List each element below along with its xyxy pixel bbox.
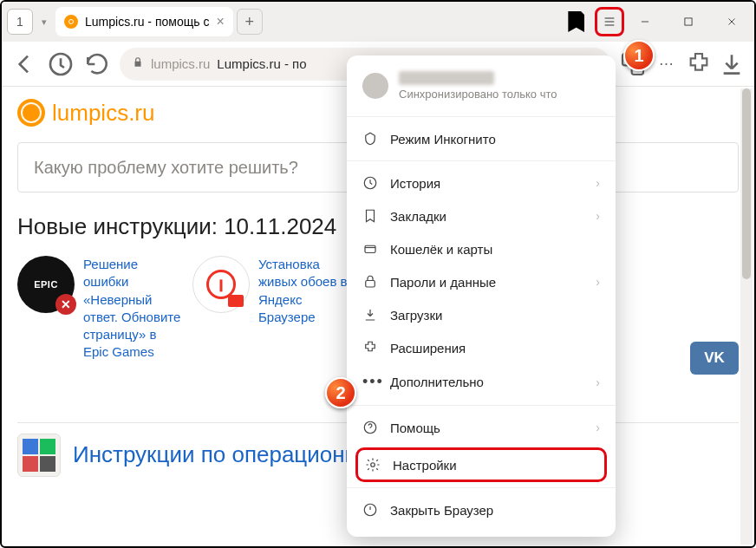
downloads-icon[interactable] (718, 50, 746, 78)
more-icon[interactable]: ⋯ (652, 50, 680, 78)
menu-history[interactable]: История› (347, 166, 616, 199)
chevron-right-icon: › (596, 421, 600, 434)
vk-widget[interactable]: VK (690, 342, 739, 375)
active-tab[interactable]: Lumpics.ru - помощь с × (55, 7, 233, 36)
article-thumb-yandex (192, 256, 250, 313)
brand-text: lumpics.ru (52, 100, 154, 127)
site-favicon (64, 15, 78, 29)
article-item[interactable]: EPIC ✕ Решение ошибки «Неверный ответ. О… (17, 256, 182, 362)
scrollbar-thumb[interactable] (742, 88, 751, 279)
main-menu-button[interactable] (595, 7, 624, 36)
address-domain: lumpics.ru (151, 56, 210, 71)
new-tab-button[interactable]: + (237, 9, 263, 35)
minimize-button[interactable] (628, 4, 662, 39)
menu-incognito[interactable]: Режим Инкогнито (347, 122, 616, 155)
profile-sync-status: Синхронизировано только что (399, 88, 557, 101)
menu-profile[interactable]: Синхронизировано только что (347, 64, 616, 111)
svg-rect-5 (365, 245, 375, 252)
tab-bar: 1 ▾ Lumpics.ru - помощь с × + (2, 2, 754, 42)
avatar-icon (362, 73, 388, 99)
svg-rect-6 (366, 281, 375, 288)
brand-logo-icon (17, 99, 45, 127)
menu-more[interactable]: ••• Дополнительно› (347, 364, 616, 400)
menu-wallet[interactable]: Кошелёк и карты (347, 232, 616, 265)
chevron-right-icon: › (596, 209, 600, 223)
article-item[interactable]: Установка живых обоев в Яндекс Браузере (192, 256, 357, 362)
address-title: Lumpics.ru - по (217, 56, 306, 71)
menu-extensions[interactable]: Расширения (347, 331, 616, 364)
error-badge-icon: ✕ (55, 294, 76, 315)
svg-point-8 (371, 463, 375, 467)
yandex-home-icon[interactable] (47, 50, 75, 78)
bookmark-all-icon[interactable] (564, 8, 591, 36)
maximize-button[interactable] (671, 4, 706, 39)
reload-button[interactable] (83, 50, 111, 78)
chevron-right-icon: › (596, 275, 600, 289)
svg-rect-0 (685, 18, 692, 25)
close-tab-icon[interactable]: × (216, 14, 224, 29)
pinned-tab-count[interactable]: 1 (7, 9, 33, 35)
main-menu-dropdown: Синхронизировано только что Режим Инкогн… (347, 55, 616, 537)
article-thumb-epic: EPIC ✕ (17, 256, 75, 313)
menu-settings[interactable]: Настройки (355, 447, 607, 482)
back-button[interactable] (10, 50, 38, 78)
article-link[interactable]: Решение ошибки «Неверный ответ. Обновите… (83, 256, 182, 362)
menu-help[interactable]: Помощь› (347, 411, 616, 444)
chevron-right-icon: › (596, 176, 600, 190)
search-placeholder: Какую проблему хотите решить? (34, 158, 298, 178)
window-controls (628, 4, 749, 39)
dots-icon: ••• (362, 373, 378, 391)
os-heading: Инструкции по операционн (73, 441, 357, 468)
close-window-button[interactable] (714, 4, 749, 39)
callout-step-1: 1 (623, 40, 655, 71)
menu-bookmarks[interactable]: Закладки› (347, 199, 616, 232)
lock-icon (132, 56, 144, 71)
article-link[interactable]: Установка живых обоев в Яндекс Браузере (258, 256, 357, 362)
chevron-right-icon: › (596, 375, 600, 389)
extensions-icon[interactable] (685, 50, 713, 78)
menu-passwords[interactable]: Пароли и данные› (347, 265, 616, 298)
menu-downloads[interactable]: Загрузки (347, 298, 616, 331)
menu-quit[interactable]: Закрыть Браузер (347, 493, 616, 526)
profile-name-blurred (399, 71, 494, 85)
vertical-scrollbar[interactable] (740, 88, 753, 545)
tab-title: Lumpics.ru - помощь с (85, 15, 209, 29)
chevron-down-icon[interactable]: ▾ (36, 16, 52, 28)
os-icons (17, 434, 61, 477)
callout-step-2: 2 (325, 377, 356, 408)
